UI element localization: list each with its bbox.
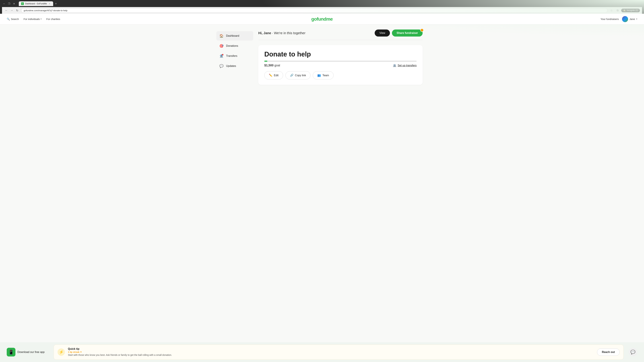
fundraiser-title: Donate to help (264, 50, 416, 58)
address-bar: ← → ↻ gofundme.com/manage/4t7q7-donate-t… (2, 7, 642, 14)
team-label: Team (322, 74, 329, 77)
share-fundraiser-label: Share fundraiser (397, 31, 418, 34)
chevron-down-icon: ▾ (40, 18, 42, 20)
sidebar-item-dashboard[interactable]: 🏠 Dashboard (216, 31, 253, 40)
minimize-button[interactable]: ─ (2, 2, 6, 6)
sidebar-label-donations: Donations (226, 44, 238, 47)
search-label: Search (11, 17, 19, 20)
sidebar-item-donations[interactable]: 🎯 Donations (216, 41, 253, 51)
close-button[interactable]: ✕ (12, 2, 16, 6)
header-right: Your fundraisers Jane ▾ (600, 16, 637, 22)
quick-tip-card: ⚡ Quick tip 1 tip streak ✦ Start with th… (54, 345, 624, 360)
sidebar-label-dashboard: Dashboard (226, 34, 239, 37)
copy-link-label: Copy link (295, 74, 306, 77)
sidebar-label-updates: Updates (226, 64, 236, 67)
user-name: Jane (630, 17, 635, 20)
reload-button[interactable]: ↻ (15, 8, 20, 13)
goal-row: $1,500 goal 🏛️ Set up transfers (264, 64, 416, 67)
tabs-bar: G Dashboard - GoFundMe ✕ + (19, 1, 642, 6)
home-icon: 🏠 (219, 33, 224, 38)
tab-close-button[interactable]: ✕ (48, 2, 51, 5)
edit-label: Edit (274, 74, 278, 77)
avatar (622, 16, 628, 22)
dashboard-header: Hi, Jane · We're in this together View S… (258, 29, 422, 40)
tab-title: Dashboard - GoFundMe (25, 2, 47, 5)
main-layout: 🏠 Dashboard 🎯 Donations 🏦 Transfers 💬 Up… (213, 24, 431, 90)
bookmark-button[interactable]: ☆ (609, 8, 614, 13)
maximize-button[interactable]: ❐ (7, 2, 11, 6)
content-area: Hi, Jane · We're in this together View S… (253, 29, 428, 85)
view-button[interactable]: View (375, 29, 390, 36)
greeting-text: Hi, Jane · We're in this together (258, 31, 306, 35)
active-tab[interactable]: G Dashboard - GoFundMe ✕ (19, 1, 53, 6)
browser-nav-buttons: ← → ↻ (4, 8, 20, 13)
sidebar: 🏠 Dashboard 🎯 Donations 🏦 Transfers 💬 Up… (216, 29, 253, 85)
donations-icon: 🎯 (219, 43, 224, 48)
url-bar[interactable]: gofundme.com/manage/4t7q7-donate-to-help (21, 8, 608, 13)
header-actions: View Share fundraiser (375, 29, 422, 36)
chat-icon: 💬 (630, 350, 636, 355)
edit-button[interactable]: ✏️ Edit (264, 71, 283, 79)
back-button[interactable]: ← (4, 8, 9, 13)
goal-amount: $1,500 (264, 64, 274, 67)
tip-title: Quick tip (68, 348, 594, 351)
reach-out-button[interactable]: Reach out (597, 349, 620, 356)
forward-button[interactable]: → (10, 8, 14, 13)
logo[interactable]: gofundme (311, 16, 332, 22)
share-badge (420, 28, 424, 32)
site-wrapper: 🔍 Search For individuals ▾ For charities… (0, 14, 644, 361)
action-buttons: ✏️ Edit 🔗 Copy link 👥 Team (264, 71, 416, 79)
incognito-label: Incognito (2) (627, 9, 638, 11)
sidebar-item-transfers[interactable]: 🏦 Transfers (216, 51, 253, 61)
address-actions: ☆ ⧉ 🕵 Incognito (2) (609, 8, 640, 13)
new-tab-button[interactable]: + (54, 1, 58, 6)
app-icon: 📱 (7, 348, 16, 357)
site-header: 🔍 Search For individuals ▾ For charities… (0, 14, 644, 24)
greeting-tagline: We're in this together (274, 31, 306, 35)
setup-transfers-label: Set up transfers (398, 64, 416, 67)
incognito-button[interactable]: 🕵 Incognito (2) (621, 8, 640, 12)
search-link[interactable]: 🔍 Search (7, 17, 19, 21)
tip-icon: ⚡ (58, 349, 65, 356)
sidebar-toggle-button[interactable]: ⧉ (615, 8, 620, 13)
setup-transfers-link[interactable]: 🏛️ Set up transfers (393, 64, 416, 67)
logo-center: gofundme (311, 16, 332, 22)
tip-streak: 1 tip streak ✦ (68, 351, 594, 353)
for-individuals-nav[interactable]: For individuals ▾ (24, 17, 42, 20)
greeting-separator: · (272, 31, 274, 35)
team-button[interactable]: 👥 Team (313, 71, 334, 79)
tip-content: Quick tip 1 tip streak ✦ Start with thos… (68, 348, 594, 357)
progress-bar-bg (264, 61, 416, 62)
user-menu[interactable]: Jane ▾ (622, 16, 637, 22)
browser-chrome: ─ ❐ ✕ G Dashboard - GoFundMe ✕ + ← → ↻ g… (0, 0, 644, 14)
your-fundraisers-link[interactable]: Your fundraisers (600, 17, 619, 20)
goal-text: $1,500 goal (264, 64, 280, 67)
transfers-notification-dot (222, 54, 224, 55)
app-download: 📱 Download our free app (7, 348, 50, 357)
for-charities-nav[interactable]: For charities (46, 17, 60, 20)
greeting-name: Hi, Jane (258, 31, 271, 35)
transfers-icon: 🏦 (219, 54, 224, 58)
sidebar-label-transfers: Transfers (226, 54, 237, 57)
browser-titlebar: ─ ❐ ✕ G Dashboard - GoFundMe ✕ + (2, 1, 642, 6)
copy-link-button[interactable]: 🔗 Copy link (286, 71, 310, 79)
progress-bar-wrapper (264, 61, 416, 62)
team-icon: 👥 (317, 73, 321, 77)
fundraiser-section: Donate to help $1,500 goal 🏛️ Set up tra… (258, 45, 422, 85)
edit-icon: ✏️ (269, 73, 272, 77)
window-controls: ─ ❐ ✕ (2, 2, 16, 6)
updates-icon: 💬 (219, 64, 224, 68)
header-left: 🔍 Search For individuals ▾ For charities (7, 17, 60, 21)
goal-label: goal (274, 64, 280, 67)
copy-link-icon: 🔗 (290, 73, 294, 77)
incognito-icon: 🕵 (623, 9, 626, 11)
url-text: gofundme.com/manage/4t7q7-donate-to-help (24, 9, 605, 12)
sidebar-item-updates[interactable]: 💬 Updates (216, 61, 253, 71)
chat-button[interactable]: 💬 (628, 348, 637, 357)
user-menu-chevron-icon: ▾ (636, 18, 637, 20)
app-download-label: Download our free app (18, 351, 44, 354)
share-fundraiser-button[interactable]: Share fundraiser (392, 29, 422, 36)
progress-bar-fill (264, 61, 267, 62)
tab-favicon: G (21, 2, 24, 5)
tip-body: Start with those who know you best. Ask … (68, 353, 594, 357)
